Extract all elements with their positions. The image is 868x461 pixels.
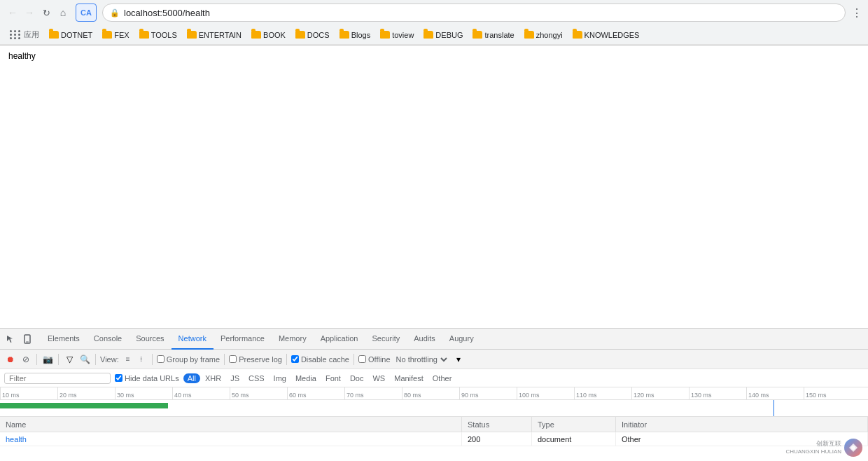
tick-2: 30 ms bbox=[115, 387, 172, 400]
view-label: View: bbox=[100, 355, 119, 364]
offline-checkbox[interactable] bbox=[358, 355, 366, 363]
group-by-frame-checkbox[interactable] bbox=[157, 355, 164, 363]
devtools-panel: Elements Console Sources Network Perform… bbox=[0, 328, 868, 461]
bookmark-debug[interactable]: DEBUG bbox=[419, 29, 467, 41]
filter-type-ws[interactable]: WS bbox=[368, 373, 389, 383]
search-button[interactable]: 🔍 bbox=[78, 353, 91, 366]
record-button[interactable]: ⏺ bbox=[4, 353, 17, 366]
filter-type-buttons: All XHR JS CSS Img Media Font Doc WS Man… bbox=[183, 373, 456, 383]
filter-type-js[interactable]: JS bbox=[226, 373, 244, 383]
forward-button[interactable]: → bbox=[22, 6, 36, 20]
tick-7: 80 ms bbox=[402, 387, 459, 400]
hide-data-urls-checkbox[interactable] bbox=[115, 374, 122, 382]
th-name[interactable]: Name bbox=[0, 417, 462, 432]
throttle-dropdown-button[interactable]: ▾ bbox=[452, 353, 465, 366]
tab-elements[interactable]: Elements bbox=[41, 329, 87, 350]
tick-5: 60 ms bbox=[287, 387, 344, 400]
filter-type-css[interactable]: CSS bbox=[244, 373, 269, 383]
bookmark-translate[interactable]: translate bbox=[468, 29, 518, 41]
devtools-panel-buttons bbox=[3, 331, 35, 347]
offline-label[interactable]: Offline bbox=[358, 355, 391, 364]
browser-menu-button[interactable]: ⋮ bbox=[851, 6, 862, 20]
devtools-device-button[interactable] bbox=[20, 331, 35, 347]
filter-type-media[interactable]: Media bbox=[291, 373, 321, 383]
tab-sources[interactable]: Sources bbox=[129, 329, 171, 350]
th-status[interactable]: Status bbox=[462, 417, 532, 432]
tick-4: 50 ms bbox=[230, 387, 287, 400]
td-type: document bbox=[532, 432, 616, 446]
filter-type-xhr[interactable]: XHR bbox=[201, 373, 225, 383]
folder-icon bbox=[573, 31, 582, 39]
group-by-frame-label[interactable]: Group by frame bbox=[157, 355, 220, 364]
bookmark-dotnet[interactable]: DOTNET bbox=[45, 29, 97, 41]
filter-type-doc[interactable]: Doc bbox=[346, 373, 368, 383]
lock-icon: 🔒 bbox=[110, 8, 120, 18]
tick-11: 120 ms bbox=[631, 387, 689, 400]
bookmark-entertain[interactable]: ENTERTAIN bbox=[183, 29, 246, 41]
logo-text: 创新互联 CHUANGXIN HULIAN bbox=[785, 440, 841, 455]
devtools-toolbar: ⏺ ⊘ 📷 ▽ 🔍 View: ≡ ⁞ Group by frame Prese… bbox=[0, 350, 868, 369]
reload-button[interactable]: ↻ bbox=[39, 6, 53, 20]
logo-icon bbox=[844, 439, 862, 457]
tab-memory[interactable]: Memory bbox=[272, 329, 314, 350]
apps-button[interactable]: 应用 bbox=[6, 28, 43, 41]
filter-type-all[interactable]: All bbox=[183, 373, 200, 383]
address-bar[interactable] bbox=[124, 8, 838, 18]
home-button[interactable]: ⌂ bbox=[56, 6, 70, 20]
folder-icon bbox=[49, 31, 59, 39]
bookmarks-bar: 应用 DOTNET FEX TOOLS ENTERTAIN BOOK DOCS … bbox=[0, 25, 868, 45]
filter-input[interactable] bbox=[4, 373, 111, 384]
bookmark-zhongyi[interactable]: zhongyi bbox=[520, 29, 567, 41]
tick-3: 40 ms bbox=[172, 387, 230, 400]
view-waterfall-button[interactable]: ⁞ bbox=[135, 353, 148, 366]
tab-audits[interactable]: Audits bbox=[407, 329, 442, 350]
disable-cache-checkbox[interactable] bbox=[291, 355, 299, 363]
disable-cache-label[interactable]: Disable cache bbox=[291, 355, 349, 364]
back-button[interactable]: ← bbox=[6, 6, 20, 20]
tab-application[interactable]: Application bbox=[314, 329, 365, 350]
filter-type-font[interactable]: Font bbox=[321, 373, 345, 383]
throttle-select[interactable]: No throttling bbox=[393, 355, 449, 364]
folder-icon bbox=[295, 31, 305, 39]
folder-icon bbox=[102, 31, 112, 39]
tick-13: 140 ms bbox=[746, 387, 804, 400]
stop-button[interactable]: ⊘ bbox=[20, 353, 32, 366]
tab-security[interactable]: Security bbox=[365, 329, 407, 350]
filter-type-img[interactable]: Img bbox=[270, 373, 290, 383]
bookmark-book[interactable]: BOOK bbox=[247, 29, 290, 41]
bookmark-docs[interactable]: DOCS bbox=[291, 29, 334, 41]
folder-icon bbox=[139, 31, 149, 39]
tab-augury[interactable]: Augury bbox=[442, 329, 481, 350]
preserve-log-checkbox[interactable] bbox=[229, 355, 237, 363]
devtools-inspect-button[interactable] bbox=[3, 331, 18, 347]
toolbar-divider-1 bbox=[36, 354, 37, 365]
tab-network[interactable]: Network bbox=[172, 329, 214, 350]
bookmark-fex[interactable]: FEX bbox=[98, 29, 133, 41]
logo-watermark: 创新互联 CHUANGXIN HULIAN bbox=[785, 439, 862, 457]
table-row[interactable]: health 200 document Other bbox=[0, 432, 868, 446]
bookmark-knowledges[interactable]: KNOWLEDGES bbox=[568, 29, 644, 41]
folder-icon bbox=[424, 31, 433, 39]
apps-label: 应用 bbox=[24, 29, 39, 40]
filter-type-manifest[interactable]: Manifest bbox=[390, 373, 428, 383]
ca-badge[interactable]: CA bbox=[76, 4, 97, 22]
bookmark-toview[interactable]: toview bbox=[376, 29, 418, 41]
camera-button[interactable]: 📷 bbox=[41, 353, 54, 366]
th-initiator[interactable]: Initiator bbox=[616, 417, 868, 432]
bookmark-tools[interactable]: TOOLS bbox=[135, 29, 181, 41]
table-header: Name Status Type Initiator bbox=[0, 417, 868, 432]
view-list-button[interactable]: ≡ bbox=[122, 353, 134, 366]
hide-data-urls-label[interactable]: Hide data URLs bbox=[115, 374, 179, 383]
preserve-log-label[interactable]: Preserve log bbox=[229, 355, 282, 364]
bookmark-blogs[interactable]: Blogs bbox=[335, 29, 375, 41]
folder-icon bbox=[524, 31, 534, 39]
th-type[interactable]: Type bbox=[532, 417, 616, 432]
filter-button[interactable]: ▽ bbox=[63, 353, 76, 366]
tab-performance[interactable]: Performance bbox=[214, 329, 272, 350]
browser-chrome: ← → ↻ ⌂ CA 🔒 ⋮ 应用 DOTNET FEX TOOLS ENTER… bbox=[0, 0, 868, 46]
filter-type-other[interactable]: Other bbox=[428, 373, 456, 383]
page-content: healthy bbox=[0, 46, 868, 329]
tick-12: 130 ms bbox=[689, 387, 746, 400]
apps-grid-icon bbox=[10, 30, 21, 39]
tab-console[interactable]: Console bbox=[87, 329, 129, 350]
